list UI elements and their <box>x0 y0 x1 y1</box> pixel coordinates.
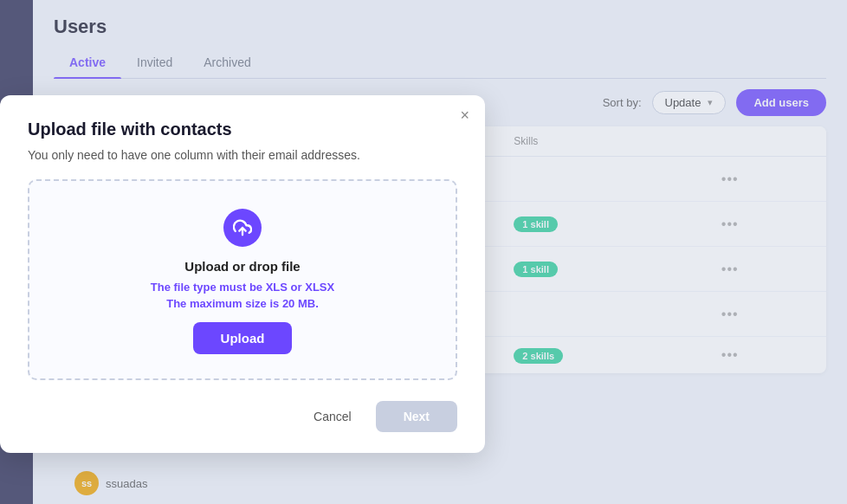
drop-zone-title: Upload or drop file <box>50 259 435 274</box>
next-button[interactable]: Next <box>376 401 457 432</box>
modal-footer: Cancel Next <box>28 401 457 432</box>
modal-overlay: × Upload file with contacts You only nee… <box>0 0 847 504</box>
drop-zone-hint-filetype: The file type must be XLS or XLSX <box>50 281 435 294</box>
modal-close-button[interactable]: × <box>460 107 469 123</box>
upload-icon <box>223 209 262 247</box>
modal-description: You only need to have one column with th… <box>28 148 457 162</box>
drop-zone-hint-size: The maximum size is 20 MB. <box>50 297 435 310</box>
file-drop-zone[interactable]: Upload or drop file The file type must b… <box>28 179 457 380</box>
upload-modal: × Upload file with contacts You only nee… <box>0 95 485 453</box>
modal-title: Upload file with contacts <box>28 120 457 139</box>
cancel-button[interactable]: Cancel <box>300 403 365 430</box>
upload-button[interactable]: Upload <box>193 322 293 354</box>
